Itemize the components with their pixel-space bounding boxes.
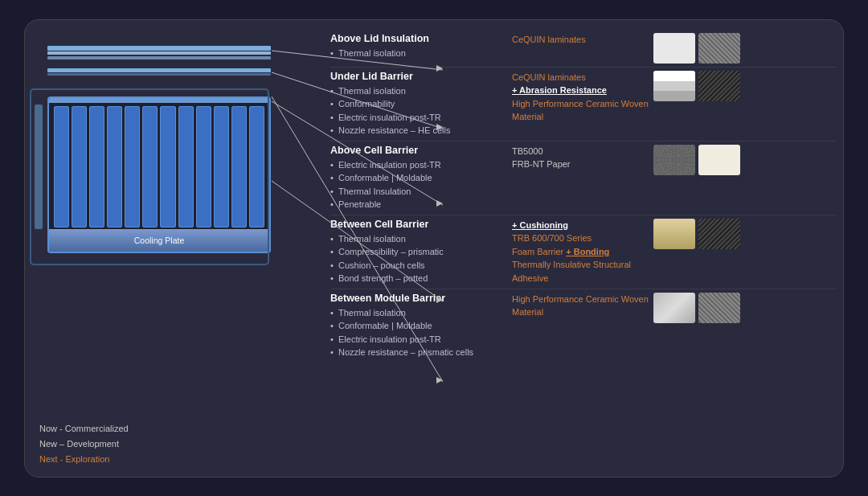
bullet-item: Conformable | Moldable: [330, 171, 507, 185]
bullet-item: Electric insulation post-TR: [330, 158, 507, 172]
bullet-item: Electric insulation post-TR: [330, 333, 507, 346]
strip-3: [47, 56, 271, 59]
product-image: [698, 293, 740, 323]
strip-2: [47, 51, 271, 55]
bullet-item: Conformability: [330, 97, 507, 111]
under-lid-bullets: Thermal isolation Conformability Electri…: [330, 84, 507, 137]
product-image: [698, 71, 740, 101]
bullet-item: Nozzle resistance – prismatic cells: [330, 346, 507, 359]
product-text: + Bonding: [566, 247, 609, 256]
product-image: [698, 219, 740, 249]
between-cell-products: + Cushioning TRB 600/700 Series Foam Bar…: [512, 219, 649, 285]
product-image: [653, 145, 695, 175]
above-lid-products: CeQUIN laminates: [512, 33, 649, 64]
product-text: CeQUIN laminates: [512, 72, 586, 82]
between-module-title: Between Module Barrier: [330, 293, 507, 304]
between-module-images: [653, 293, 740, 359]
diagram-panel: Cooling Plate Now - Commercialized New –…: [25, 20, 330, 477]
bullet-item: Electric insulation post-TR: [330, 111, 507, 125]
product-text: High Performance Ceramic Woven Material: [512, 99, 649, 122]
bullet-item: Thermal Insulation: [330, 185, 507, 199]
between-cell-section: Between Cell Barrier Thermal isolation C…: [330, 215, 837, 289]
strip-4: [47, 68, 271, 72]
above-lid-images: [653, 33, 740, 64]
between-module-bullets: Thermal isolation Conformable | Moldable…: [330, 306, 507, 359]
bullet-item: Thermal isolation: [330, 47, 507, 60]
legend-next: Next - Exploration: [39, 452, 129, 467]
main-card: Cooling Plate Now - Commercialized New –…: [24, 19, 844, 478]
above-lid-strips: [47, 46, 271, 61]
bullet-item: Penetrable: [330, 198, 507, 211]
product-image: [653, 293, 695, 323]
bullet-item: Conformable | Moldable: [330, 319, 507, 333]
bullet-item: Compressibility – prismatic: [330, 245, 507, 259]
above-cell-section: Above Cell Barrier Electric insulation p…: [330, 141, 837, 215]
legend-now: Now - Commercialized: [39, 421, 129, 437]
bullet-item: Nozzle resistance – HE cells: [330, 124, 507, 137]
product-text: High Performance Ceramic Woven Material: [512, 294, 649, 318]
above-cell-bullets: Electric insulation post-TR Conformable …: [330, 158, 507, 211]
above-lid-title: Above Lid Insulation: [330, 33, 507, 44]
product-image: [698, 145, 740, 175]
legend-new: New – Development: [39, 437, 129, 452]
between-module-products: High Performance Ceramic Woven Material: [512, 293, 649, 359]
product-image: [653, 33, 695, 64]
bullet-item: Cushion – pouch cells: [330, 259, 507, 273]
strip-5: [47, 73, 271, 76]
under-lid-strips: [47, 68, 271, 77]
above-cell-images: [653, 145, 740, 211]
product-text: CeQUIN laminates: [512, 35, 586, 44]
under-lid-products: CeQUIN laminates + Abrasion Resistance H…: [512, 71, 649, 137]
between-module-section: Between Module Barrier Thermal isolation…: [330, 289, 837, 363]
between-module-text: Between Module Barrier Thermal isolation…: [330, 293, 507, 359]
product-text: FRB-NT Paper: [512, 159, 571, 169]
between-cell-bullets: Thermal isolation Compressibility – pris…: [330, 232, 507, 285]
strip-1: [47, 46, 271, 51]
module-outline: [30, 88, 269, 265]
product-image: [698, 33, 740, 64]
product-text: TRB 600/700 Series: [512, 233, 592, 243]
product-text: Thermally Insulative Structural Adhesive: [512, 260, 631, 283]
under-lid-section: Under Lid Barrier Thermal isolation Conf…: [330, 68, 837, 141]
product-text: Foam Barrier: [512, 247, 563, 256]
above-lid-text: Above Lid Insulation Thermal isolation: [330, 33, 507, 64]
legend: Now - Commercialized New – Development N…: [39, 421, 129, 466]
product-image: [653, 219, 695, 249]
above-lid-bullets: Thermal isolation: [330, 47, 507, 60]
above-cell-products: TB5000 FRB-NT Paper: [512, 145, 649, 211]
between-cell-title: Between Cell Barrier: [330, 219, 507, 230]
product-text: + Cushioning: [512, 220, 568, 230]
bullet-item: Thermal isolation: [330, 232, 507, 246]
sections-panel: Above Lid Insulation Thermal isolation C…: [330, 20, 843, 477]
under-lid-images: [653, 71, 740, 137]
under-lid-text: Under Lid Barrier Thermal isolation Conf…: [330, 71, 507, 137]
bullet-item: Thermal isolation: [330, 306, 507, 320]
between-cell-images: [653, 219, 740, 285]
bullet-item: Thermal isolation: [330, 84, 507, 98]
product-image: [653, 71, 695, 101]
bullet-item: Bond strength – potted: [330, 272, 507, 285]
above-cell-title: Above Cell Barrier: [330, 145, 507, 156]
above-lid-section: Above Lid Insulation Thermal isolation C…: [330, 30, 837, 68]
product-text: TB5000: [512, 146, 543, 156]
between-cell-text: Between Cell Barrier Thermal isolation C…: [330, 219, 507, 285]
above-cell-text: Above Cell Barrier Electric insulation p…: [330, 145, 507, 211]
under-lid-title: Under Lid Barrier: [330, 71, 507, 82]
product-text: + Abrasion Resistance: [512, 85, 607, 95]
